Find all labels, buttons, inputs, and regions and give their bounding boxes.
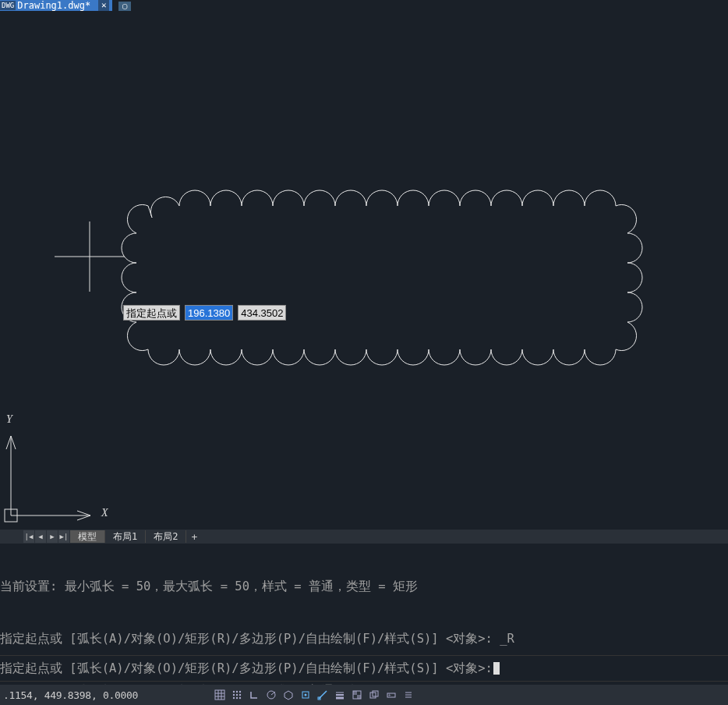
command-prompt: 指定起点或 [弧长(A)/对象(O)/矩形(R)/多边形(P)/自由绘制(F)/…	[0, 661, 493, 677]
layout-tab-model[interactable]: 模型	[70, 530, 105, 543]
svg-text:+: +	[388, 692, 391, 697]
tooltip-coord-x[interactable]: 196.1380	[185, 305, 233, 321]
osnap-toggle-icon[interactable]	[297, 687, 314, 703]
file-tab-bar: DWG Drawing1.dwg* ✕ ▢	[0, 0, 728, 11]
command-cursor	[493, 662, 500, 675]
canvas-svg	[0, 11, 728, 530]
ucs-y-label: Y	[6, 413, 12, 426]
svg-point-12	[239, 691, 241, 693]
polar-toggle-icon[interactable]	[263, 687, 280, 703]
layout-nav-next[interactable]: ▶	[47, 530, 58, 543]
layout-tab-1[interactable]: 布局1	[105, 530, 146, 543]
history-line: 指定起点或 [弧长(A)/对象(O)/矩形(R)/多边形(P)/自由绘制(F)/…	[0, 630, 728, 648]
layout-nav-prev[interactable]: ◀	[35, 530, 46, 543]
file-tab[interactable]: DWG Drawing1.dwg* ✕	[0, 0, 112, 11]
snap-toggle-icon[interactable]	[228, 687, 246, 703]
svg-rect-5	[215, 690, 224, 700]
close-tab-button[interactable]: ✕	[98, 0, 109, 11]
status-bar-toggles: +	[211, 687, 417, 703]
tooltip-coord-y[interactable]: 434.3502	[238, 305, 286, 321]
cursor-coordinates[interactable]: .1154, 449.8398, 0.0000	[0, 689, 141, 701]
svg-rect-30	[353, 691, 357, 695]
svg-point-15	[239, 694, 241, 696]
svg-point-23	[305, 694, 307, 696]
transparency-toggle-icon[interactable]	[348, 687, 366, 703]
layout-nav-last[interactable]: ▶|	[58, 530, 69, 543]
ucs-x-label: X	[101, 507, 108, 519]
layout-nav-first[interactable]: |◀	[23, 530, 34, 543]
svg-point-13	[233, 694, 235, 696]
new-tab-button[interactable]: ▢	[118, 2, 131, 11]
svg-marker-21	[284, 691, 292, 700]
crosshair-cursor	[55, 221, 125, 292]
svg-point-10	[233, 691, 235, 693]
lineweight-toggle-icon[interactable]	[331, 687, 348, 703]
selection-cycling-icon[interactable]	[366, 687, 383, 703]
add-layout-button[interactable]: +	[186, 531, 202, 543]
otrack-toggle-icon[interactable]	[314, 687, 331, 703]
menu-more-icon[interactable]	[400, 687, 417, 703]
svg-point-18	[239, 697, 241, 699]
drawing-canvas[interactable]: 指定起点或 196.1380 434.3502 X Y	[0, 11, 728, 530]
svg-point-17	[236, 697, 238, 699]
status-bar: .1154, 449.8398, 0.0000 +	[0, 685, 728, 705]
tooltip-prompt: 指定起点或	[123, 305, 180, 321]
dynamic-input-tooltip: 指定起点或 196.1380 434.3502	[123, 305, 286, 321]
svg-point-14	[236, 694, 238, 696]
svg-rect-31	[357, 695, 361, 699]
svg-point-11	[236, 691, 238, 693]
ucs-icon	[5, 436, 90, 522]
layout-tab-2[interactable]: 布局2	[146, 530, 186, 543]
dynamic-input-toggle-icon[interactable]: +	[383, 687, 400, 703]
grid-toggle-icon[interactable]	[211, 687, 228, 703]
isodraft-toggle-icon[interactable]	[280, 687, 297, 703]
svg-point-16	[233, 697, 235, 699]
history-line: 当前设置: 最小弧长 = 50，最大弧长 = 50，样式 = 普通，类型 = 矩…	[0, 578, 728, 596]
dwg-file-icon: DWG	[0, 1, 16, 10]
revision-cloud	[122, 190, 642, 365]
file-tab-label: Drawing1.dwg*	[17, 0, 90, 11]
ortho-toggle-icon[interactable]	[246, 687, 263, 703]
layout-tab-bar: |◀ ◀ ▶ ▶| 模型 布局1 布局2 +	[0, 530, 728, 544]
command-line[interactable]: 指定起点或 [弧长(A)/对象(O)/矩形(R)/多边形(P)/自由绘制(F)/…	[0, 655, 728, 682]
